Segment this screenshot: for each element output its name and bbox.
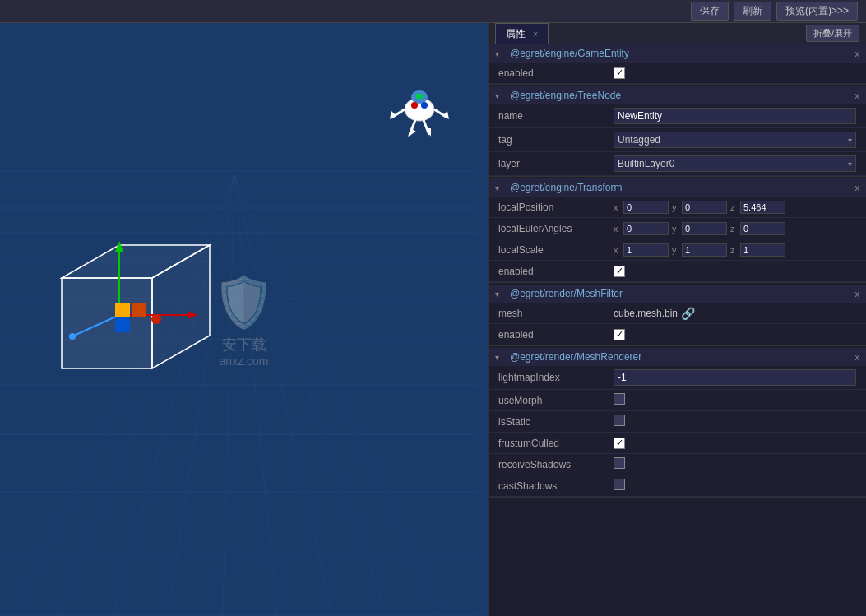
xyz-group-x-transform-2: x (614, 243, 669, 257)
xyz-input-z-transform-0[interactable] (740, 201, 785, 214)
component-section-mesh-filter: ▾ @egret/render/MeshFilter x meshcube.me… (489, 285, 866, 346)
prop-row-mesh-renderer-1: useMorph (489, 390, 866, 411)
svg-rect-32 (132, 303, 146, 317)
prop-input-mesh-renderer-0[interactable] (614, 369, 856, 386)
prop-label-mesh-renderer-1: useMorph (498, 395, 614, 406)
component-header-left: ▾ @egret/engine/GameEntity (495, 48, 629, 59)
prop-value-mesh-filter-0: cube.mesh.bin🔗 (614, 307, 856, 320)
prop-checkbox-mesh-renderer-4[interactable] (614, 457, 625, 469)
component-header-mesh-renderer[interactable]: ▾ @egret/render/MeshRenderer x (489, 348, 866, 366)
viewport-grid (0, 23, 488, 616)
save-button[interactable]: 保存 (691, 2, 729, 21)
xyz-group-z-transform-1: z (730, 222, 785, 235)
xyz-group-z-transform-0: z (730, 201, 785, 214)
viewport[interactable]: 🛡️ 安下载 anxz.com (0, 23, 488, 616)
properties-area[interactable]: ▾ @egret/engine/GameEntity x enabled ▾ @… (489, 44, 866, 616)
prop-row-mesh-filter-0: meshcube.mesh.bin🔗 (489, 303, 866, 324)
prop-label-tree-node-1: tag (498, 134, 614, 146)
component-close-mesh-renderer[interactable]: x (855, 352, 860, 362)
component-arrow-tree-node: ▾ (495, 91, 505, 100)
svg-rect-33 (115, 317, 130, 332)
xyz-input-x-transform-2[interactable] (623, 243, 669, 257)
prop-value-transform-0: xyz (614, 201, 856, 214)
prop-select-tree-node-2[interactable]: BuiltinLayer0 ▾ (614, 155, 856, 172)
component-name-transform: @egret/engine/Transform (510, 182, 622, 193)
main-area: 🛡️ 安下载 anxz.com 属性 × 折叠/展开 ▾ @egret/engi… (0, 23, 866, 616)
svg-rect-31 (115, 303, 130, 317)
prop-value-transform-3 (614, 265, 856, 277)
mesh-link-icon[interactable]: 🔗 (681, 307, 695, 320)
component-header-transform[interactable]: ▾ @egret/engine/Transform x (489, 178, 866, 197)
prop-row-mesh-renderer-4: receiveShadows (489, 454, 866, 475)
xyz-group-y-transform-1: y (672, 222, 727, 235)
component-close-transform[interactable]: x (855, 183, 860, 192)
component-close-tree-node[interactable]: x (855, 90, 860, 100)
xyz-label-z: z (730, 245, 739, 255)
prop-value-game-entity-0 (614, 67, 856, 79)
prop-checkbox-mesh-renderer-1[interactable] (614, 393, 625, 405)
right-panel: 属性 × 折叠/展开 ▾ @egret/engine/GameEntity x … (488, 23, 866, 616)
prop-row-mesh-renderer-3: frustumCulled (489, 433, 866, 454)
component-name-game-entity: @egret/engine/GameEntity (510, 48, 629, 59)
xyz-group-z-transform-2: z (730, 243, 785, 257)
prop-label-mesh-renderer-5: castShadows (498, 480, 614, 492)
xyz-input-x-transform-0[interactable] (623, 201, 669, 214)
prop-row-tree-node-2: layer BuiltinLayer0 ▾ (489, 152, 866, 176)
xyz-group-x-transform-1: x (614, 222, 669, 235)
prop-checkbox-transform-3[interactable] (614, 266, 625, 277)
component-name-mesh-filter: @egret/render/MeshFilter (510, 288, 623, 299)
prop-row-game-entity-0: enabled (489, 63, 866, 84)
prop-label-transform-3: enabled (498, 266, 614, 277)
prop-select-tree-node-1[interactable]: Untagged ▾ (614, 132, 856, 148)
prop-value-tree-node-2: BuiltinLayer0 ▾ (614, 155, 856, 172)
prop-value-mesh-renderer-5 (614, 479, 856, 493)
prop-label-game-entity-0: enabled (498, 67, 614, 79)
prop-value-mesh-filter-1 (614, 328, 856, 340)
prop-checkbox-mesh-filter-1[interactable] (614, 329, 625, 340)
prop-row-tree-node-1: tag Untagged ▾ (489, 128, 866, 152)
component-header-game-entity[interactable]: ▾ @egret/engine/GameEntity x (489, 44, 866, 63)
prop-checkbox-game-entity-0[interactable] (614, 67, 625, 79)
xyz-input-y-transform-0[interactable] (682, 201, 727, 214)
prop-row-transform-2: localScalexyz (489, 239, 866, 261)
xyz-label-y: y (672, 245, 680, 255)
xyz-group-y-transform-0: y (672, 201, 727, 214)
mesh-filename: cube.mesh.bin (614, 308, 678, 319)
component-header-left: ▾ @egret/engine/Transform (495, 182, 622, 193)
component-section-game-entity: ▾ @egret/engine/GameEntity x enabled (489, 44, 866, 85)
fold-expand-button[interactable]: 折叠/展开 (806, 25, 859, 42)
component-close-mesh-filter[interactable]: x (855, 289, 860, 299)
xyz-label-y: y (672, 202, 680, 212)
xyz-label-z: z (730, 224, 739, 234)
refresh-button[interactable]: 刷新 (734, 2, 771, 21)
prop-label-mesh-renderer-4: receiveShadows (498, 459, 614, 470)
prop-checkbox-mesh-renderer-3[interactable] (614, 438, 625, 449)
prop-label-mesh-renderer-2: isStatic (498, 416, 614, 428)
prop-input-tree-node-0[interactable] (614, 108, 856, 124)
tab-close-button[interactable]: × (533, 30, 538, 39)
xyz-input-z-transform-1[interactable] (740, 222, 785, 235)
prop-row-mesh-renderer-0: lightmapIndex (489, 366, 866, 390)
xyz-input-y-transform-2[interactable] (682, 243, 727, 257)
component-header-left: ▾ @egret/render/MeshFilter (495, 288, 623, 299)
component-section-transform: ▾ @egret/engine/Transform x localPositio… (489, 178, 866, 283)
prop-label-transform-0: localPosition (498, 201, 614, 213)
prop-row-mesh-renderer-2: isStatic (489, 411, 866, 433)
prop-value-mesh-renderer-0 (614, 369, 856, 386)
xyz-input-z-transform-2[interactable] (740, 243, 785, 257)
xyz-input-y-transform-1[interactable] (682, 222, 727, 235)
component-header-tree-node[interactable]: ▾ @egret/engine/TreeNode x (489, 86, 866, 104)
preview-button[interactable]: 预览(内置)>>> (776, 2, 858, 21)
xyz-input-x-transform-1[interactable] (623, 222, 669, 235)
prop-label-transform-2: localScale (498, 244, 614, 256)
prop-xyz-transform-2: xyz (614, 243, 856, 257)
prop-checkbox-mesh-renderer-2[interactable] (614, 415, 625, 426)
component-header-left: ▾ @egret/engine/TreeNode (495, 90, 621, 101)
component-header-mesh-filter[interactable]: ▾ @egret/render/MeshFilter x (489, 285, 866, 303)
prop-checkbox-mesh-renderer-5[interactable] (614, 479, 625, 490)
component-arrow-mesh-filter: ▾ (495, 289, 505, 299)
top-toolbar: 保存 刷新 预览(内置)>>> (0, 0, 866, 23)
prop-row-transform-1: localEulerAnglesxyz (489, 218, 866, 239)
properties-tab[interactable]: 属性 × (495, 23, 549, 44)
component-close-game-entity[interactable]: x (855, 49, 860, 58)
